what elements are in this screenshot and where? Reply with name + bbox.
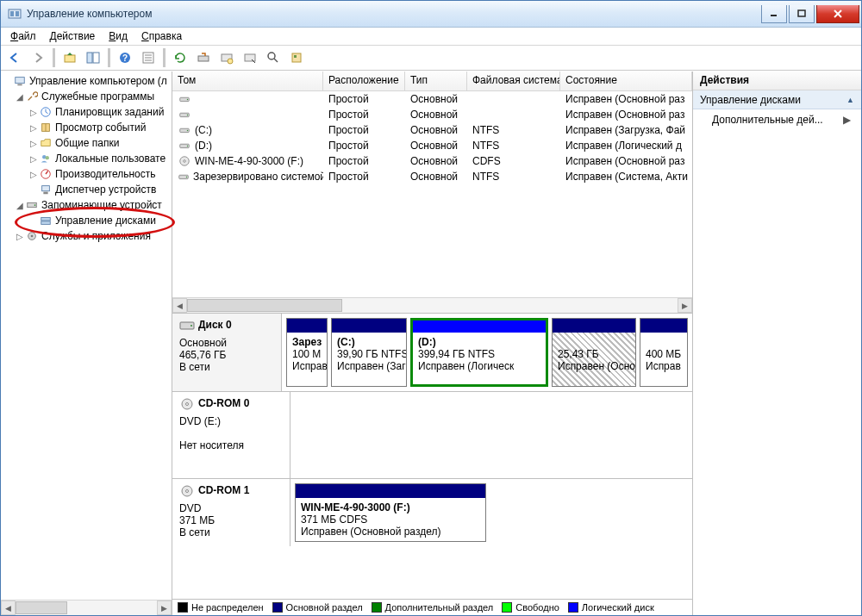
svg-point-30 [46,156,49,159]
tree-pane: Управление компьютером (л ◢Служебные про… [1,72,172,615]
up-button[interactable] [59,47,80,68]
tree-local-users[interactable]: ▷Локальные пользовате [1,151,172,166]
svg-point-55 [186,403,189,406]
volume-row[interactable]: WIN-ME-4-90-3000 (F:)ПростойОсновнойCDFS… [172,153,692,169]
scroll-thumb[interactable] [16,601,67,614]
disk-row: Диск 0Основной465,76 ГБВ сетиЗарез100 МИ… [172,314,692,392]
partition[interactable]: 25,43 ГБИсправен (Осно [552,318,636,387]
cd-icon [179,484,195,501]
svg-point-57 [186,490,189,493]
tree-storage[interactable]: ◢Запоминающие устройст [1,197,172,213]
legend-swatch [372,602,382,613]
minimize-button[interactable] [761,5,787,23]
tree-performance[interactable]: ▷Производительность [1,166,172,182]
svg-point-39 [31,235,34,238]
svg-point-18 [228,59,233,64]
svg-line-21 [274,59,278,62]
properties-button[interactable] [138,47,159,68]
actions-section[interactable]: Управление дисками ▲ [693,90,861,109]
actions-header: Действия [693,72,861,90]
perf-icon [39,167,53,181]
volume-row[interactable]: Зарезервировано системойПростойОсновнойN… [172,169,692,184]
volume-row[interactable]: ПростойОсновнойИсправен (Основной раз [172,107,692,122]
actions-pane: Действия Управление дисками ▲ Дополнител… [693,72,861,615]
volume-row[interactable]: ПростойОсновнойИсправен (Основной раз [172,91,692,107]
search-icon[interactable] [263,47,284,68]
refresh-button[interactable] [170,47,191,68]
disk-mgmt-icon [39,214,53,227]
menu-help[interactable]: Справка [135,29,188,43]
tree-event-viewer[interactable]: ▷Просмотр событий [1,120,172,135]
svg-rect-37 [41,221,51,225]
tree-services[interactable]: ▷Службы и приложения [1,228,172,244]
tree-system-tools[interactable]: ◢Служебные программы [1,89,172,104]
menu-view[interactable]: Вид [103,29,134,43]
toolbar-icon[interactable] [240,47,260,68]
back-button[interactable] [4,47,25,68]
tree-root[interactable]: Управление компьютером (л [1,73,172,89]
scroll-left-icon[interactable]: ◀ [1,600,16,615]
show-hide-tree-button[interactable] [83,47,103,68]
volume-header[interactable]: Том Расположение Тип Файловая система Со… [172,72,692,91]
svg-point-49 [184,160,186,163]
scroll-right-icon[interactable]: ▶ [678,298,692,313]
toolbar-icon[interactable] [286,47,307,68]
svg-point-20 [268,53,275,59]
tree[interactable]: Управление компьютером (л ◢Служебные про… [1,72,172,600]
collapse-icon: ▲ [846,96,854,104]
svg-point-41 [187,99,188,100]
col-status[interactable]: Состояние [560,72,692,90]
separator [108,48,110,67]
menubar: Файл Действие Вид Справка [1,28,861,46]
separator [53,48,55,67]
col-type[interactable]: Тип [405,72,467,90]
computer-icon [13,74,27,88]
forward-button[interactable] [28,47,48,68]
col-fs[interactable]: Файловая система [467,72,560,90]
col-volume[interactable]: Том [172,72,323,90]
partition[interactable]: Зарез100 МИсправ [286,318,328,387]
legend-swatch [502,602,512,613]
partition[interactable]: 400 МБИсправ [640,318,688,387]
storage-icon [25,198,39,212]
svg-rect-4 [798,10,805,16]
svg-rect-16 [198,56,209,61]
partition[interactable]: WIN-ME-4-90-3000 (F:)371 МБ CDFSИсправен… [295,483,486,542]
volume-row[interactable]: (D:)ПростойОсновнойNTFSИсправен (Логичес… [172,138,692,153]
disk-row: CD-ROM 1DVD371 МБВ сетиWIN-ME-4-90-3000 … [172,479,692,546]
help-button[interactable]: ? [115,47,135,68]
tree-shared-folders[interactable]: ▷Общие папки [1,135,172,151]
tree-device-manager[interactable]: Диспетчер устройств [1,182,172,197]
scroll-left-icon[interactable]: ◀ [172,298,187,313]
partition[interactable]: (C:)39,90 ГБ NTFSИсправен (Загруз [331,318,407,387]
menu-action[interactable]: Действие [44,29,102,43]
rescan-button[interactable] [193,47,214,68]
partition[interactable]: (D:)399,94 ГБ NTFSИсправен (Логическ [410,318,548,387]
volume-row[interactable]: (C:)ПростойОсновнойNTFSИсправен (Загрузк… [172,122,692,138]
svg-point-43 [187,115,188,115]
separator [163,48,166,67]
svg-rect-19 [245,54,255,61]
maximize-button[interactable] [789,5,815,23]
menu-file[interactable]: Файл [4,29,42,43]
svg-rect-7 [65,55,75,62]
tree-task-scheduler[interactable]: ▷Планировщик заданий [1,104,172,120]
close-button[interactable] [816,5,859,23]
clock-icon [39,105,53,119]
titlebar[interactable]: Управление компьютером [1,1,861,28]
volume-icon [178,171,190,183]
scroll-thumb[interactable] [187,299,342,312]
actions-more[interactable]: Дополнительные дей... ▶ [693,109,861,130]
toolbar-icon[interactable] [216,47,237,68]
col-layout[interactable]: Расположение [323,72,405,90]
scroll-right-icon[interactable]: ▶ [157,600,172,615]
volume-icon [178,93,191,105]
tree-scrollbar[interactable]: ◀ ▶ [1,600,172,615]
volume-scrollbar[interactable]: ◀ ▶ [172,297,692,313]
svg-point-35 [34,204,36,206]
svg-text:?: ? [122,53,128,63]
legend-swatch [568,602,578,613]
tree-disk-management[interactable]: Управление дисками [1,213,172,228]
disk-row: CD-ROM 0DVD (E:)Нет носителя [172,392,692,479]
svg-rect-9 [93,53,99,63]
